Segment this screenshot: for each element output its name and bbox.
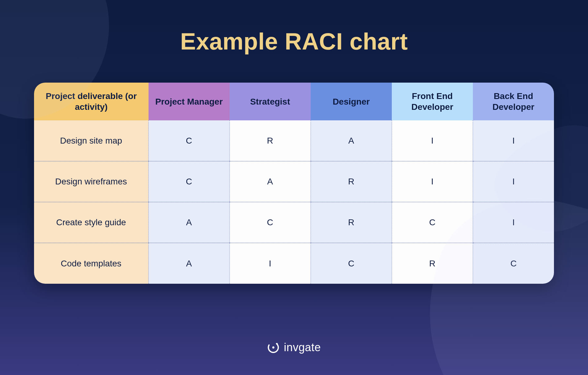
- raci-cell: R: [230, 120, 311, 161]
- brand-icon: [267, 341, 279, 354]
- raci-cell: A: [149, 243, 230, 284]
- raci-cell: C: [311, 243, 392, 284]
- header-row: Project deliverable (or activity) Projec…: [34, 83, 554, 120]
- raci-cell: C: [230, 202, 311, 243]
- brand-name: invgate: [284, 341, 321, 354]
- activity-label: Code templates: [34, 243, 149, 284]
- raci-cell: A: [149, 202, 230, 243]
- activity-label: Create style guide: [34, 202, 149, 243]
- raci-cell: I: [392, 161, 473, 202]
- raci-cell: R: [311, 202, 392, 243]
- brand-logo: invgate: [267, 341, 321, 354]
- col-header-backend: Back End Developer: [473, 83, 554, 120]
- table-row: Design site map C R A I I: [34, 120, 554, 161]
- svg-point-1: [272, 347, 275, 349]
- col-header-pm: Project Manager: [149, 83, 230, 120]
- col-header-designer: Designer: [311, 83, 392, 120]
- svg-point-2: [276, 343, 278, 345]
- activity-label: Design site map: [34, 120, 149, 161]
- raci-cell: A: [230, 161, 311, 202]
- col-header-frontend: Front End Developer: [392, 83, 473, 120]
- raci-cell: I: [392, 120, 473, 161]
- brand-mark-icon: [267, 341, 279, 354]
- table-row: Design wireframes C A R I I: [34, 161, 554, 202]
- raci-cell: R: [311, 161, 392, 202]
- raci-cell: C: [149, 161, 230, 202]
- raci-cell: A: [311, 120, 392, 161]
- activity-label: Design wireframes: [34, 161, 149, 202]
- col-header-strategist: Strategist: [230, 83, 311, 120]
- raci-cell: C: [149, 120, 230, 161]
- raci-cell: I: [230, 243, 311, 284]
